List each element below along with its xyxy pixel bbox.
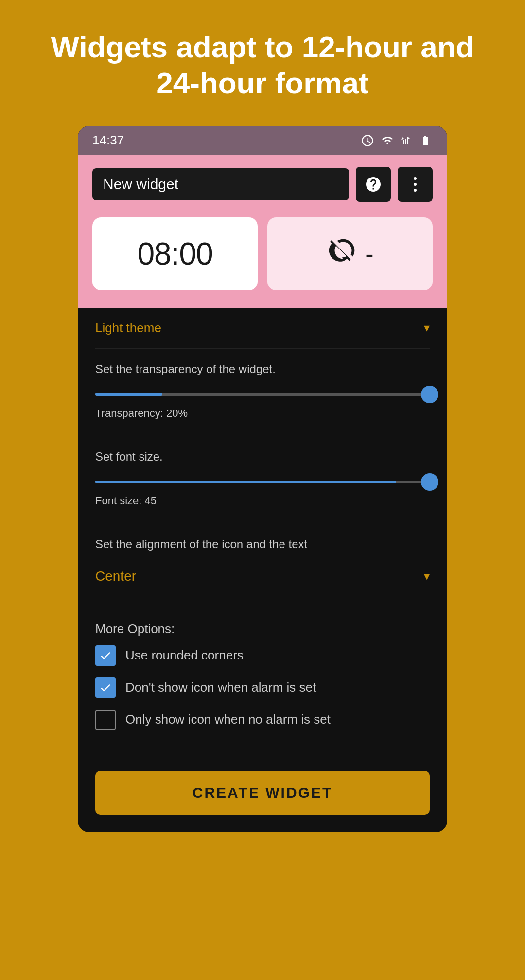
only-show-icon-checkbox[interactable] bbox=[95, 710, 116, 730]
alarm-card: - bbox=[267, 217, 433, 290]
help-icon bbox=[365, 176, 382, 193]
checkbox-dont-show-icon[interactable]: Don't show icon when alarm is set bbox=[95, 677, 430, 698]
phone-container: 14:37 bbox=[78, 126, 447, 832]
more-icon bbox=[413, 176, 418, 193]
transparency-thumb[interactable] bbox=[421, 386, 438, 403]
status-bar: 14:37 bbox=[78, 126, 447, 155]
svg-point-2 bbox=[414, 189, 417, 192]
alarm-status-icon bbox=[361, 134, 374, 147]
transparency-slider[interactable] bbox=[95, 386, 430, 403]
widget-toolbar bbox=[92, 167, 433, 202]
font-size-value: Font size: 45 bbox=[95, 495, 430, 507]
alignment-arrow-icon: ▾ bbox=[424, 570, 430, 583]
banner-title: Widgets adapt to 12-hour and 24-hour for… bbox=[39, 29, 486, 102]
alarm-off-icon bbox=[326, 233, 360, 274]
transparency-section: Set the transparency of the widget. Tran… bbox=[95, 349, 430, 436]
dont-show-icon-label: Don't show icon when alarm is set bbox=[125, 680, 316, 695]
create-btn-container: CREATE WIDGET bbox=[78, 761, 447, 832]
battery-icon bbox=[418, 135, 433, 146]
help-button[interactable] bbox=[356, 167, 391, 202]
checkmark-icon bbox=[99, 649, 112, 662]
rounded-corners-label: Use rounded corners bbox=[125, 648, 244, 663]
font-size-track bbox=[95, 481, 430, 483]
more-options-button[interactable] bbox=[398, 167, 433, 202]
transparency-fill bbox=[95, 393, 162, 396]
top-banner: Widgets adapt to 12-hour and 24-hour for… bbox=[0, 0, 525, 126]
alignment-value: Center bbox=[95, 569, 136, 584]
only-show-icon-label: Only show icon when no alarm is set bbox=[125, 712, 331, 727]
wifi-icon bbox=[380, 135, 395, 146]
theme-label: Light theme bbox=[95, 321, 161, 336]
font-size-slider[interactable] bbox=[95, 473, 430, 491]
signal-icon bbox=[401, 135, 412, 146]
alignment-dropdown-row[interactable]: Center ▾ bbox=[95, 561, 430, 592]
transparency-value: Transparency: 20% bbox=[95, 407, 430, 420]
svg-point-1 bbox=[414, 183, 417, 186]
checkbox-rounded-corners[interactable]: Use rounded corners bbox=[95, 645, 430, 666]
clock-card: 08:00 bbox=[92, 217, 258, 290]
alignment-desc: Set the alignment of the icon and the te… bbox=[95, 537, 430, 551]
create-widget-button[interactable]: CREATE WIDGET bbox=[95, 771, 430, 815]
status-icons bbox=[361, 134, 433, 147]
status-time: 14:37 bbox=[92, 133, 124, 148]
alignment-section: Set the alignment of the icon and the te… bbox=[95, 524, 430, 597]
widget-clocks: 08:00 - bbox=[92, 217, 433, 290]
more-options-title: More Options: bbox=[95, 622, 430, 637]
checkbox-only-show-icon[interactable]: Only show icon when no alarm is set bbox=[95, 710, 430, 730]
transparency-track bbox=[95, 393, 430, 396]
more-options-section: More Options: Use rounded corners Don't … bbox=[95, 597, 430, 747]
font-size-fill bbox=[95, 481, 396, 483]
theme-arrow-icon: ▾ bbox=[424, 321, 430, 335]
font-size-section: Set font size. Font size: 45 bbox=[95, 436, 430, 524]
font-size-desc: Set font size. bbox=[95, 450, 430, 463]
checkmark-icon-2 bbox=[99, 681, 112, 694]
svg-point-0 bbox=[414, 177, 417, 180]
font-size-thumb[interactable] bbox=[421, 473, 438, 491]
theme-dropdown-row[interactable]: Light theme ▾ bbox=[95, 308, 430, 349]
clock-time: 08:00 bbox=[137, 236, 212, 272]
settings-panel: Light theme ▾ Set the transparency of th… bbox=[78, 308, 447, 761]
widget-preview: 08:00 - bbox=[78, 155, 447, 308]
rounded-corners-checkbox[interactable] bbox=[95, 645, 116, 666]
alarm-dash: - bbox=[365, 239, 373, 268]
dont-show-icon-checkbox[interactable] bbox=[95, 677, 116, 698]
transparency-desc: Set the transparency of the widget. bbox=[95, 362, 430, 376]
widget-name-input[interactable] bbox=[92, 168, 349, 200]
